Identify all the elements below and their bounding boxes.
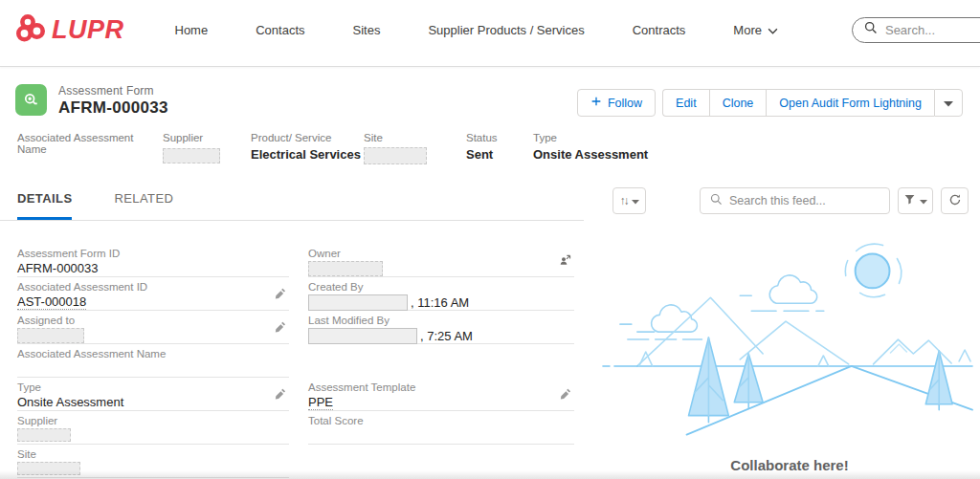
redacted-value <box>308 294 408 311</box>
nav-item-supplier-products-services[interactable]: Supplier Products / Services <box>418 23 593 37</box>
details-panel: Assessment Form ID AFRM-000033 Owner Ass… <box>17 244 574 478</box>
field-owner: Owner <box>308 244 574 277</box>
record-header-text: Assessment Form AFRM-000033 <box>58 84 168 118</box>
caret-down-icon <box>632 194 639 207</box>
nav-items: Home Contacts Sites Supplier Products / … <box>151 23 802 37</box>
field-total-score: Total Score <box>308 411 574 445</box>
field-associated-assessment-name: Associated Assessment Name <box>17 344 289 378</box>
feed-sort-button[interactable]: ↑↓ <box>612 187 646 214</box>
global-search[interactable] <box>852 17 980 43</box>
empty-cell <box>308 445 574 478</box>
more-actions-dropdown-button[interactable] <box>934 89 963 117</box>
field-assessment-form-id: Assessment Form ID AFRM-000033 <box>17 244 289 277</box>
field-assessment-template: Assessment Template PPE <box>308 378 574 411</box>
edit-field-button[interactable] <box>275 321 287 337</box>
field-site: Site <box>17 445 289 478</box>
field-assigned-to: Assigned to <box>17 311 289 344</box>
nav-item-more[interactable]: More <box>724 23 788 37</box>
record-entity-label: Assessment Form <box>58 84 168 98</box>
record-header: Assessment Form AFRM-000033 <box>15 84 168 118</box>
highlight-supplier: Supplier <box>163 132 251 164</box>
associated-assessment-id-link[interactable]: AST-000018 <box>17 294 86 310</box>
search-icon <box>710 192 723 209</box>
nav-item-home[interactable]: Home <box>166 23 218 37</box>
detail-row: Assigned to Last Modified By , 7:25 AM <box>17 311 574 344</box>
open-audit-form-lightning-button[interactable]: Open Audit Form Lightning <box>766 89 934 117</box>
highlight-type: Type Onsite Assessment <box>533 132 648 164</box>
redacted-value <box>17 428 71 442</box>
detail-row: Associated Assessment Name <box>17 344 574 378</box>
global-search-input[interactable] <box>885 23 980 37</box>
nav-item-sites[interactable]: Sites <box>344 23 390 37</box>
filter-funnel-icon <box>903 193 916 208</box>
sort-icon: ↑↓ <box>620 194 628 207</box>
detail-row: Associated Assessment ID AST-000018 Crea… <box>17 277 574 311</box>
assessment-template-link[interactable]: PPE <box>308 395 333 410</box>
feed-toolbar: ↑↓ <box>612 187 969 214</box>
highlight-product-service: Product/ Service Electrical Services <box>251 132 364 164</box>
modified-time: , 7:25 AM <box>420 329 473 343</box>
highlight-site: Site <box>364 132 466 164</box>
created-time: , 11:16 AM <box>411 295 469 310</box>
highlight-associated-assessment-name: Associated Assessment Name <box>17 132 163 164</box>
feed-search-input[interactable] <box>729 194 880 207</box>
field-created-by: Created By , 11:16 AM <box>308 277 574 311</box>
feed-refresh-button[interactable] <box>941 187 969 214</box>
detail-row: Supplier Total Score <box>17 411 574 445</box>
record-title: AFRM-000033 <box>58 98 168 118</box>
nav-item-contacts[interactable]: Contacts <box>246 23 314 37</box>
search-icon <box>864 21 878 38</box>
page: LUPR Home Contacts Sites Supplier Produc… <box>0 0 980 479</box>
record-highlights: Associated Assessment Name Supplier Prod… <box>17 132 648 164</box>
chevron-down-icon <box>768 23 778 37</box>
record-tabs: DETAILS RELATED <box>0 191 584 221</box>
redacted-value <box>364 147 427 164</box>
change-owner-button[interactable] <box>558 252 572 270</box>
field-supplier: Supplier <box>17 411 289 445</box>
lupr-logo-icon <box>15 12 48 47</box>
redacted-value <box>308 261 383 276</box>
feed-filter-button[interactable] <box>898 187 933 214</box>
refresh-icon <box>948 193 962 209</box>
edit-field-button[interactable] <box>560 388 572 403</box>
highlight-status: Status Sent <box>466 132 533 164</box>
field-value: Onsite Assessment <box>17 395 123 409</box>
follow-button[interactable]: Follow <box>577 89 656 117</box>
detail-row: Site <box>17 445 574 478</box>
edit-button[interactable]: Edit <box>662 89 709 117</box>
record-action-group: Edit Clone Open Audit Form Lightning <box>662 89 963 117</box>
collaborate-here-text: Collaborate here! <box>599 457 980 473</box>
edit-field-button[interactable] <box>275 388 287 403</box>
caret-down-icon <box>920 194 927 207</box>
redacted-value <box>163 148 220 163</box>
feed-empty-state-illustration <box>599 225 980 479</box>
nav-item-contracts[interactable]: Contracts <box>623 23 696 37</box>
detail-row: Assessment Form ID AFRM-000033 Owner <box>17 244 574 277</box>
lupr-logo[interactable]: LUPR <box>15 12 124 47</box>
global-navigation: LUPR Home Contacts Sites Supplier Produc… <box>0 0 980 67</box>
field-value: AFRM-000033 <box>17 261 99 275</box>
edit-field-button[interactable] <box>275 288 287 303</box>
brand-name: LUPR <box>52 15 124 45</box>
record-actions: Follow Edit Clone Open Audit Form Lightn… <box>577 89 963 117</box>
field-type: Type Onsite Assessment <box>17 378 289 411</box>
redacted-value <box>17 462 80 475</box>
plus-icon <box>590 96 602 110</box>
clone-button[interactable]: Clone <box>709 89 767 117</box>
caret-down-icon <box>944 97 953 110</box>
assessment-form-record-icon <box>15 84 47 116</box>
tab-details[interactable]: DETAILS <box>17 191 72 220</box>
redacted-value <box>17 328 84 343</box>
feed-search[interactable] <box>700 187 890 214</box>
redacted-value <box>308 328 417 344</box>
empty-cell <box>308 344 574 378</box>
detail-row: Type Onsite Assessment Assessment Templa… <box>17 378 574 411</box>
tab-related[interactable]: RELATED <box>114 191 173 220</box>
field-associated-assessment-id: Associated Assessment ID AST-000018 <box>17 277 289 311</box>
field-last-modified-by: Last Modified By , 7:25 AM <box>308 311 574 344</box>
